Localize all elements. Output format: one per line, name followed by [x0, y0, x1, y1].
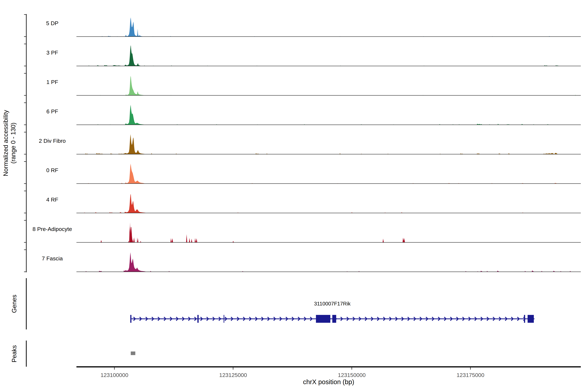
- y-axis-title-line1: Normalized accessibility: [2, 110, 9, 176]
- coverage-area-3-pf: [76, 45, 581, 66]
- coverage-area-5-dp: [76, 18, 581, 36]
- peaks-layer: [131, 352, 136, 355]
- track-label-6-pf: 6 PF: [46, 108, 58, 114]
- gene-exon-tick: [224, 315, 224, 323]
- track-label-2-div-fibro: 2 Div Fibro: [39, 138, 66, 144]
- coverage-area-7-fascia: [76, 252, 581, 272]
- coverage-area-0-rf: [76, 164, 581, 184]
- gene-exon-box: [316, 315, 330, 323]
- track-label-7-fascia: 7 Fascia: [42, 255, 63, 262]
- track-label-0-rf: 0 RF: [46, 167, 58, 173]
- x-axis-layer: 123100000123125000123150000123175000: [76, 367, 581, 378]
- x-tick-label: 123125000: [219, 372, 247, 378]
- coverage-plot: 5 DP3 PF1 PF6 PF2 Div Fibro0 RF4 RF8 Pre…: [0, 0, 588, 392]
- x-tick-label: 123175000: [456, 372, 484, 378]
- y-axis-title-line2: (range 0 - 130): [10, 122, 17, 164]
- track-label-3-pf: 3 PF: [46, 50, 58, 56]
- coverage-area-2-div-fibro: [76, 134, 581, 154]
- accessibility-tracks-layer: 5 DP3 PF1 PF6 PF2 Div Fibro0 RF4 RF8 Pre…: [32, 18, 581, 272]
- gene-model-layer: [130, 315, 534, 323]
- coverage-area-6-pf: [76, 105, 581, 125]
- gene-exon-tick: [524, 315, 525, 323]
- coverage-area-1-pf: [76, 76, 581, 96]
- x-axis-title: chrX position (bp): [303, 378, 354, 386]
- genes-section-label: Genes: [11, 295, 18, 313]
- x-tick-label: 123150000: [338, 372, 366, 378]
- track-label-5-dp: 5 DP: [46, 20, 58, 26]
- coverage-area-4-rf: [76, 194, 581, 213]
- peak-region: [131, 352, 136, 355]
- gene-exon-box: [332, 315, 336, 323]
- gene-exon-box: [528, 315, 534, 323]
- track-label-4-rf: 4 RF: [46, 196, 58, 203]
- gene-name-label: 3110007F17Rik: [314, 301, 351, 306]
- peaks-section-label: Peaks: [11, 345, 18, 362]
- x-tick-label: 123100000: [100, 372, 128, 378]
- gene-exon-tick: [198, 315, 199, 323]
- gene-exon-tick: [130, 315, 132, 323]
- track-label-8-pre-adipocyte: 8 Pre-Adipocyte: [32, 226, 72, 232]
- track-label-1-pf: 1 PF: [46, 79, 58, 85]
- coverage-area-8-pre-adipocyte: [76, 222, 581, 242]
- y-axis-layer: [24, 14, 26, 272]
